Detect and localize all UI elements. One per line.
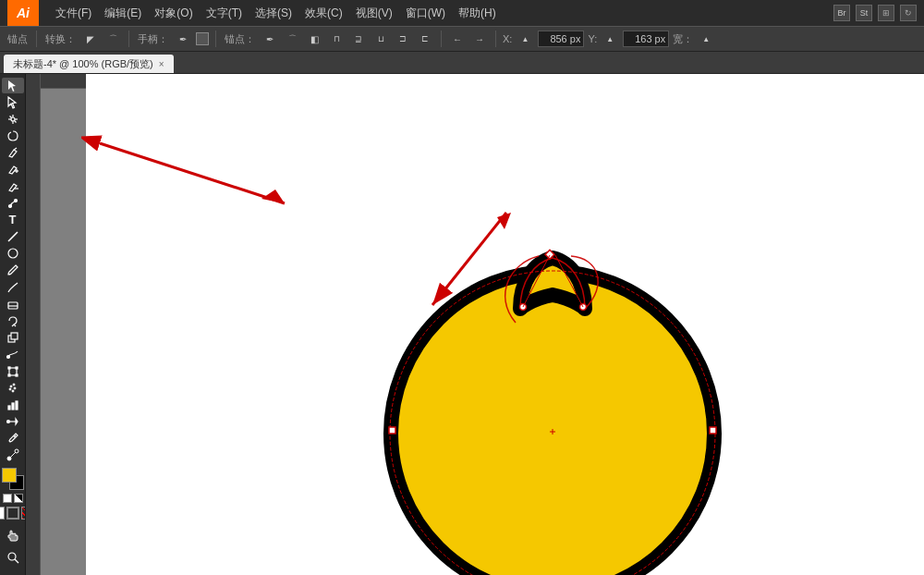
distribute-btn-2[interactable]: ⊏: [416, 30, 434, 48]
separator-5: [495, 31, 496, 47]
stock-icon[interactable]: St: [856, 5, 872, 21]
svg-line-41: [10, 452, 16, 458]
svg-marker-36: [16, 419, 18, 424]
svg-marker-0: [8, 80, 16, 92]
svg-rect-48: [710, 427, 716, 434]
y-value-input[interactable]: [623, 31, 669, 47]
distribute-btn-1[interactable]: ⊐: [394, 30, 412, 48]
direct-select-tool[interactable]: [2, 94, 24, 110]
default-colors-icon[interactable]: [14, 494, 23, 503]
svg-rect-33: [12, 403, 14, 410]
anchor2-label: 锚点：: [223, 32, 257, 46]
canvas-area: [26, 74, 924, 575]
svg-point-31: [12, 390, 14, 392]
x-value-input[interactable]: [538, 31, 584, 47]
shape-container: [359, 175, 747, 575]
svg-point-21: [6, 356, 9, 359]
menu-file[interactable]: 文件(F): [50, 4, 97, 23]
y-up-btn[interactable]: ▲: [601, 30, 619, 48]
svg-rect-24: [16, 367, 18, 369]
svg-point-14: [14, 199, 17, 202]
svg-point-37: [6, 421, 9, 423]
zoom-tool[interactable]: [2, 547, 24, 568]
arrow-left-btn[interactable]: ←: [448, 30, 467, 48]
foreground-color-swatch[interactable]: [2, 468, 17, 483]
left-toolbar: T: [0, 74, 26, 575]
add-anchor-tool[interactable]: [2, 162, 24, 177]
transform-btn-1[interactable]: ◤: [81, 30, 100, 48]
color-mode-fill[interactable]: [0, 507, 5, 520]
grid-icon[interactable]: ⊞: [878, 5, 894, 21]
svg-rect-26: [16, 374, 18, 376]
svg-point-42: [8, 553, 16, 560]
x-up-btn[interactable]: ▲: [516, 30, 534, 48]
hand-tool[interactable]: [2, 525, 24, 545]
svg-point-29: [14, 387, 16, 389]
tab-title: 未标题-4* @ 100% (RGB/预览): [13, 57, 153, 71]
arrow-right-btn[interactable]: →: [470, 30, 489, 48]
symbol-tool[interactable]: [2, 380, 24, 396]
svg-point-16: [8, 249, 18, 258]
brush-tool[interactable]: [2, 263, 24, 278]
anchor-btn-3[interactable]: ◧: [305, 30, 323, 48]
anchor-label: 锚点: [6, 32, 30, 46]
svg-point-30: [9, 388, 11, 390]
title-bar: Ai 文件(F) 编辑(E) 对象(O) 文字(T) 选择(S) 效果(C) 视…: [0, 0, 924, 26]
menu-object[interactable]: 对象(O): [149, 4, 198, 23]
ellipse-tool[interactable]: [2, 246, 24, 262]
menu-select[interactable]: 选择(S): [249, 4, 298, 23]
svg-rect-20: [11, 333, 18, 339]
eraser-tool[interactable]: [2, 296, 24, 312]
properties-toolbar: 锚点 转换： ◤ ⌒ 手柄： ✒ 锚点： ✒ ⌒ ◧ ⊓ ⊒ ⊔ ⊐ ⊏ ← →…: [0, 26, 924, 52]
pencil-tool[interactable]: [2, 279, 24, 295]
w-up-btn[interactable]: ▲: [697, 30, 715, 48]
left-ruler: [26, 74, 41, 575]
x-label: X:: [503, 33, 512, 44]
menu-view[interactable]: 视图(V): [350, 4, 398, 23]
select-tool[interactable]: [2, 78, 24, 93]
scale-tool[interactable]: [2, 330, 24, 346]
graph-tool[interactable]: [2, 397, 24, 412]
corner-btn-3[interactable]: ⊔: [371, 30, 390, 48]
menu-effect[interactable]: 效果(C): [299, 4, 348, 23]
bridge-icon[interactable]: Br: [833, 5, 850, 21]
menu-type[interactable]: 文字(T): [201, 4, 248, 23]
free-transform-tool[interactable]: [2, 363, 24, 379]
separator-4: [441, 31, 442, 47]
corner-btn-2[interactable]: ⊒: [349, 30, 368, 48]
anchor-btn[interactable]: ✒: [261, 30, 279, 48]
svg-rect-23: [8, 367, 10, 369]
anchor-btn-2[interactable]: ⌒: [283, 30, 301, 48]
y-label: Y:: [588, 33, 597, 44]
separator-2: [128, 31, 129, 47]
handle-label: 手柄：: [136, 32, 170, 46]
svg-point-8: [11, 117, 15, 121]
warp-tool[interactable]: [2, 347, 24, 362]
anchor-edit-tool[interactable]: [2, 195, 24, 211]
pen-tool[interactable]: [2, 145, 24, 161]
menu-help[interactable]: 帮助(H): [453, 4, 502, 23]
svg-marker-1: [8, 97, 16, 108]
transform-btn-2[interactable]: ⌒: [103, 30, 122, 48]
svg-line-9: [14, 148, 17, 150]
swap-colors-icon[interactable]: [3, 494, 12, 503]
blend-tool[interactable]: [2, 447, 24, 463]
handle-btn-2[interactable]: [196, 32, 209, 45]
gradient-tool[interactable]: [2, 413, 24, 429]
transform-label: 转换：: [43, 32, 78, 46]
sync-icon[interactable]: ↻: [900, 5, 917, 21]
delete-anchor-tool[interactable]: [2, 178, 24, 194]
menu-window[interactable]: 窗口(W): [400, 4, 451, 23]
magic-wand-tool[interactable]: [2, 111, 24, 127]
lasso-tool[interactable]: [2, 128, 24, 144]
menu-edit[interactable]: 编辑(E): [99, 4, 147, 23]
corner-btn-1[interactable]: ⊓: [327, 30, 346, 48]
type-tool[interactable]: T: [2, 212, 24, 227]
tab-close-btn[interactable]: ×: [159, 59, 164, 69]
color-mode-stroke[interactable]: [6, 507, 19, 520]
eyedropper-tool[interactable]: [2, 431, 24, 447]
line-tool[interactable]: [2, 229, 24, 245]
document-tab[interactable]: 未标题-4* @ 100% (RGB/预览) ×: [4, 55, 174, 73]
pen-btn[interactable]: ✒: [174, 30, 192, 48]
rotate-tool[interactable]: [2, 312, 24, 328]
